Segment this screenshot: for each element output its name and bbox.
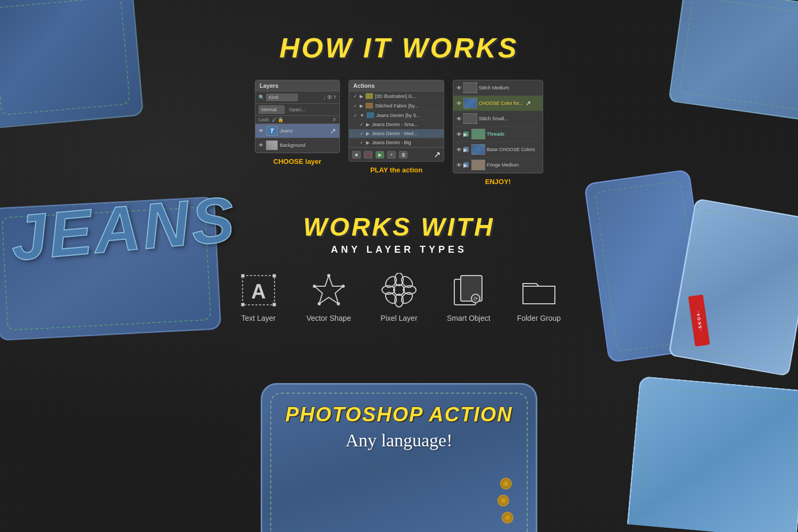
action-item-3d[interactable]: ✓ ▶ [3D Illustration] G...	[349, 92, 444, 101]
lock-label: Lock:	[259, 117, 270, 122]
svg-point-9	[337, 302, 340, 305]
action-item-small[interactable]: ✓ ▶ Jeans Denim - Sma...	[349, 120, 444, 129]
layer-type-folder: Folder Group	[517, 271, 561, 322]
layer-thumb-bg	[266, 140, 278, 150]
check-icon-6: ✓	[360, 140, 364, 145]
kind-search[interactable]: Kind	[266, 94, 298, 101]
panels-row: Layers 🔍 Kind ⎷ ⦿ T Normal Opaci... Lock…	[255, 80, 543, 186]
delete-action-button[interactable]: 🗑	[399, 151, 408, 159]
layer-name-bg: Background	[280, 143, 305, 148]
layer2-item-fringe[interactable]: 👁 ▶ Fringe Medium	[453, 157, 543, 173]
action-name-stitch: Stitched Fabric [by...	[375, 103, 418, 109]
thumb-threads	[471, 129, 485, 139]
folder-icon-1	[365, 93, 373, 99]
eye-choose[interactable]: 👁	[456, 101, 462, 106]
svg-point-10	[318, 302, 321, 305]
layer2-item-base[interactable]: 👁 ▶ Base CHOOSE Colors	[453, 142, 543, 157]
folder-arrow-threads: ▶	[463, 131, 469, 137]
patch-top-left	[0, 0, 144, 129]
action-name-medium: Jeans Denim - Med...	[372, 131, 418, 136]
thumb-fringe	[471, 160, 485, 170]
eye-icon-jeans[interactable]: 👁	[259, 128, 264, 134]
folder-icon-3	[367, 112, 374, 118]
filter-icon: 🔍	[259, 95, 264, 100]
arrow-icon-2: ▶	[360, 103, 363, 109]
works-title: WORKS WITH	[303, 212, 495, 242]
cursor-arrow-actions: ↗	[434, 149, 440, 160]
action-item-stitch[interactable]: ✓ ▶ Stitched Fabric [by...	[349, 101, 444, 111]
svg-point-17	[384, 274, 398, 289]
smart-icon-box: ⟳	[447, 271, 490, 309]
pixel-icon-box	[378, 271, 420, 309]
folder-icon-2	[365, 103, 373, 109]
folder-group-icon	[520, 273, 558, 307]
eye-stitch-medium[interactable]: 👁	[456, 85, 462, 91]
name-stitch-medium: Stitch Medium	[479, 85, 509, 90]
thumb-stitch-small	[463, 113, 477, 124]
svg-rect-3	[272, 274, 276, 278]
blend-mode-select[interactable]: Normal	[259, 105, 285, 114]
name-threads: Threads	[487, 131, 504, 137]
action-item-jeans-group[interactable]: ✓ ▼ Jeans Denim [by S...	[349, 111, 444, 120]
text-layer-label: Text Layer	[242, 314, 276, 322]
folder-arrow-fringe: ▶	[463, 162, 469, 168]
layer-thumb-jeans: T	[266, 126, 278, 136]
arrow-icon-3: ▼	[360, 113, 364, 118]
eye-stitch-small[interactable]: 👁	[456, 116, 462, 122]
patch-bottom-right	[627, 376, 798, 532]
record-button[interactable]: ●	[364, 151, 372, 159]
layer-item-bg[interactable]: 👁 Background	[255, 138, 339, 153]
thumb-base	[471, 144, 485, 155]
svg-point-8	[342, 285, 345, 288]
action-item-medium[interactable]: ✓ ▶ Jeans Denim - Med...	[349, 129, 444, 138]
eye-threads[interactable]: 👁	[456, 131, 462, 137]
step3-label: ENJOY!	[485, 178, 511, 186]
actions-panel-header: Actions	[349, 80, 444, 92]
stop-button[interactable]: ■	[352, 151, 361, 159]
play-button[interactable]: ▶	[376, 151, 384, 159]
metal-btn-3	[502, 512, 513, 523]
ps-action-title: PHOTOSHOP ACTION	[285, 403, 513, 426]
layer2-item-stitch-small[interactable]: 👁 Stitch Small...	[453, 111, 543, 127]
actions-panel-wrapper: Actions ✓ ▶ [3D Illustration] G... ✓ ▶ S…	[348, 80, 444, 186]
check-icon-2: ✓	[353, 103, 358, 109]
svg-text:⟳: ⟳	[473, 296, 478, 302]
action-item-big[interactable]: ✓ ▶ Jeans Denim - Big	[349, 138, 444, 147]
layer-type-smart: ⟳ Smart Object	[447, 271, 491, 322]
layer-name-jeans: Jeans	[280, 128, 293, 134]
eye-fringe[interactable]: 👁	[456, 162, 462, 168]
extra-icons: ⎷ ⦿ T	[323, 95, 336, 100]
patch-top-right	[668, 0, 798, 121]
text-layer-icon: A	[240, 273, 277, 307]
cursor-jeans: ↗	[330, 127, 336, 135]
name-stitch-small: Stitch Small...	[479, 116, 508, 121]
layer-type-pixel: Pixel Layer	[378, 271, 420, 322]
name-base: Base CHOOSE Colors	[487, 147, 535, 152]
opacity-label: Opaci...	[289, 107, 305, 112]
step2-label: PLAY the action	[370, 166, 422, 174]
vector-shape-label: Vector Shape	[306, 314, 351, 322]
layers2-panel: 👁 Stitch Medium 👁 CHOOSE Color for... ↗ …	[453, 80, 543, 173]
thumb-choose	[463, 98, 477, 109]
layer2-item-choose[interactable]: 👁 CHOOSE Color for... ↗	[453, 96, 543, 111]
eye-icon-bg[interactable]: 👁	[259, 143, 264, 148]
main-title: HOW IT WORKS	[279, 32, 519, 64]
works-subtitle: ANY LAYER TYPES	[331, 244, 467, 255]
thumb-stitch-medium	[463, 82, 477, 93]
svg-rect-5	[272, 303, 276, 306]
patch-bottom-center: PHOTOSHOP ACTION Any language!	[261, 383, 537, 532]
arrow-icon-6: ▶	[366, 140, 370, 145]
layers-panel-header: Layers	[255, 80, 339, 92]
new-action-button[interactable]: +	[387, 151, 396, 159]
svg-point-20	[400, 290, 414, 305]
layer2-item-threads[interactable]: 👁 ▶ Threads	[453, 127, 543, 142]
svg-point-19	[384, 290, 398, 305]
eye-base[interactable]: 👁	[456, 147, 462, 153]
layer2-item-stitch-medium[interactable]: 👁 Stitch Medium	[453, 80, 543, 96]
step1-label: CHOOSE layer	[273, 157, 321, 165]
smart-object-label: Smart Object	[447, 314, 491, 322]
check-icon-5: ✓	[360, 131, 364, 136]
layer-item-jeans[interactable]: 👁 T Jeans ↗	[255, 124, 339, 138]
mode-row: Normal Opaci...	[255, 104, 339, 116]
name-choose: CHOOSE Color for...	[479, 101, 523, 106]
